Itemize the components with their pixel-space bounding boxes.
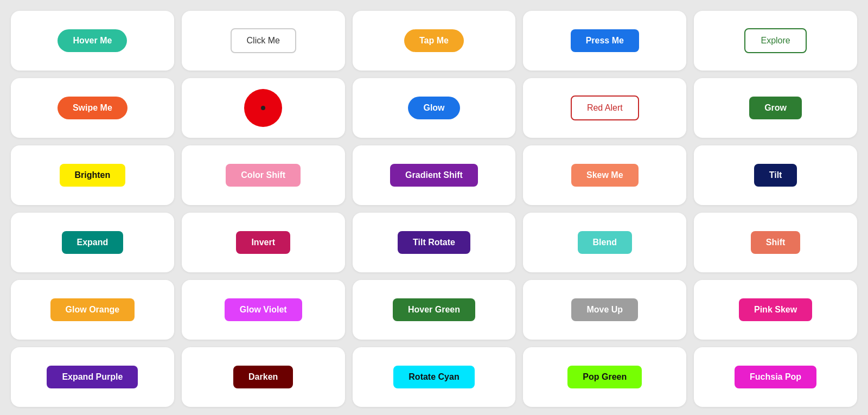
button-14[interactable]: Tilt — [754, 164, 797, 187]
button-grid: Hover MeClick MeTap MePress MeExploreSwi… — [11, 11, 857, 407]
button-20[interactable]: Glow Orange — [50, 298, 135, 321]
card-28: Pop Green — [523, 347, 686, 407]
card-18: Blend — [523, 213, 686, 272]
card-15: Expand — [11, 213, 174, 272]
card-27: Rotate Cyan — [353, 347, 516, 407]
button-25[interactable]: Expand Purple — [47, 366, 138, 388]
button-5[interactable]: Swipe Me — [58, 97, 127, 119]
button-12[interactable]: Gradient Shift — [390, 164, 478, 187]
button-21[interactable]: Glow Violet — [225, 298, 302, 321]
button-3[interactable]: Press Me — [571, 29, 639, 52]
button-7[interactable]: Glow — [408, 97, 459, 119]
card-26: Darken — [182, 347, 345, 407]
button-1[interactable]: Click Me — [231, 28, 296, 53]
button-27[interactable]: Rotate Cyan — [393, 366, 474, 388]
button-22[interactable]: Hover Green — [393, 298, 475, 321]
button-2[interactable]: Tap Me — [404, 29, 464, 52]
card-29: Fuchsia Pop — [694, 347, 857, 407]
card-24: Pink Skew — [694, 280, 857, 340]
card-20: Glow Orange — [11, 280, 174, 340]
button-4[interactable]: Explore — [744, 28, 806, 53]
card-14: Tilt — [694, 145, 857, 205]
card-2: Tap Me — [353, 11, 516, 71]
card-25: Expand Purple — [11, 347, 174, 407]
button-15[interactable]: Expand — [62, 231, 124, 254]
card-22: Hover Green — [353, 280, 516, 340]
card-12: Gradient Shift — [353, 145, 516, 205]
card-10: Brighten — [11, 145, 174, 205]
button-17[interactable]: Tilt Rotate — [398, 231, 470, 254]
card-9: Grow — [694, 78, 857, 138]
card-16: Invert — [182, 213, 345, 272]
card-4: Explore — [694, 11, 857, 71]
button-26[interactable]: Darken — [233, 366, 293, 388]
card-8: Red Alert — [523, 78, 686, 138]
card-17: Tilt Rotate — [353, 213, 516, 272]
button-19[interactable]: Shift — [751, 231, 801, 254]
button-8[interactable]: Red Alert — [571, 95, 639, 120]
card-21: Glow Violet — [182, 280, 345, 340]
button-9[interactable]: Grow — [749, 97, 802, 119]
button-23[interactable]: Move Up — [571, 298, 638, 321]
button-13[interactable]: Skew Me — [571, 164, 639, 187]
card-0: Hover Me — [11, 11, 174, 71]
button-10[interactable]: Brighten — [60, 164, 126, 187]
card-23: Move Up — [523, 280, 686, 340]
card-19: Shift — [694, 213, 857, 272]
card-11: Color Shift — [182, 145, 345, 205]
card-1: Click Me — [182, 11, 345, 71]
card-13: Skew Me — [523, 145, 686, 205]
button-28[interactable]: Pop Green — [567, 366, 642, 388]
button-16[interactable]: Invert — [236, 231, 290, 254]
button-6[interactable] — [244, 89, 282, 127]
card-7: Glow — [353, 78, 516, 138]
button-24[interactable]: Pink Skew — [739, 298, 812, 321]
button-18[interactable]: Blend — [578, 231, 632, 254]
button-29[interactable]: Fuchsia Pop — [735, 366, 816, 388]
card-6 — [182, 78, 345, 138]
card-5: Swipe Me — [11, 78, 174, 138]
button-0[interactable]: Hover Me — [58, 29, 127, 52]
button-11[interactable]: Color Shift — [226, 164, 301, 187]
card-3: Press Me — [523, 11, 686, 71]
